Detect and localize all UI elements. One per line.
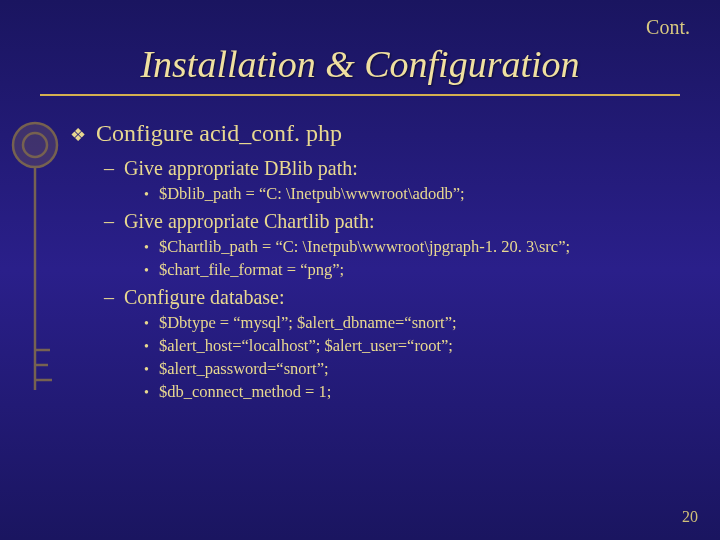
slide-title: Installation & Configuration (0, 42, 720, 86)
dash-bullet-icon: – (104, 210, 114, 233)
slide-content: ❖ Configure acid_conf. php – Give approp… (0, 120, 720, 402)
bullet-level3: • $alert_host=“localhost”; $alert_user=“… (144, 336, 690, 356)
dot-bullet-icon: • (144, 263, 149, 279)
bullet-level3: • $Dblib_path = “C: \Inetpub\wwwroot\ado… (144, 184, 690, 204)
dot-bullet-icon: • (144, 385, 149, 401)
dot-bullet-icon: • (144, 240, 149, 256)
level3-text: $db_connect_method = 1; (159, 382, 331, 402)
bullet-level3: • $chart_file_format = “png”; (144, 260, 690, 280)
svg-point-0 (13, 123, 57, 167)
level1-text: Configure acid_conf. php (96, 120, 342, 147)
level3-text: $alert_host=“localhost”; $alert_user=“ro… (159, 336, 453, 356)
bullet-level3: • $alert_password=“snort”; (144, 359, 690, 379)
level3-text: $Chartlib_path = “C: \Inetpub\wwwroot\jp… (159, 237, 570, 257)
diamond-bullet-icon: ❖ (70, 124, 86, 146)
dot-bullet-icon: • (144, 339, 149, 355)
bullet-level3: • $Dbtype = “mysql”; $alert_dbname=“snor… (144, 313, 690, 333)
level2-text: Configure database: (124, 286, 285, 309)
level2-text: Give appropriate Chartlib path: (124, 210, 374, 233)
page-number: 20 (682, 508, 698, 526)
dot-bullet-icon: • (144, 316, 149, 332)
bullet-level3: • $db_connect_method = 1; (144, 382, 690, 402)
bullet-level2: – Configure database: (104, 286, 690, 309)
bullet-level3: • $Chartlib_path = “C: \Inetpub\wwwroot\… (144, 237, 690, 257)
level3-text: $Dbtype = “mysql”; $alert_dbname=“snort”… (159, 313, 457, 333)
bullet-level2: – Give appropriate Chartlib path: (104, 210, 690, 233)
level3-text: $alert_password=“snort”; (159, 359, 329, 379)
continuation-label: Cont. (646, 16, 690, 39)
bullet-level1: ❖ Configure acid_conf. php (70, 120, 690, 147)
dash-bullet-icon: – (104, 286, 114, 309)
bullet-level2: – Give appropriate DBlib path: (104, 157, 690, 180)
level2-text: Give appropriate DBlib path: (124, 157, 358, 180)
level3-text: $chart_file_format = “png”; (159, 260, 344, 280)
dot-bullet-icon: • (144, 187, 149, 203)
dot-bullet-icon: • (144, 362, 149, 378)
level3-text: $Dblib_path = “C: \Inetpub\wwwroot\adodb… (159, 184, 465, 204)
title-underline (40, 94, 680, 96)
key-decoration-icon (10, 110, 60, 430)
dash-bullet-icon: – (104, 157, 114, 180)
